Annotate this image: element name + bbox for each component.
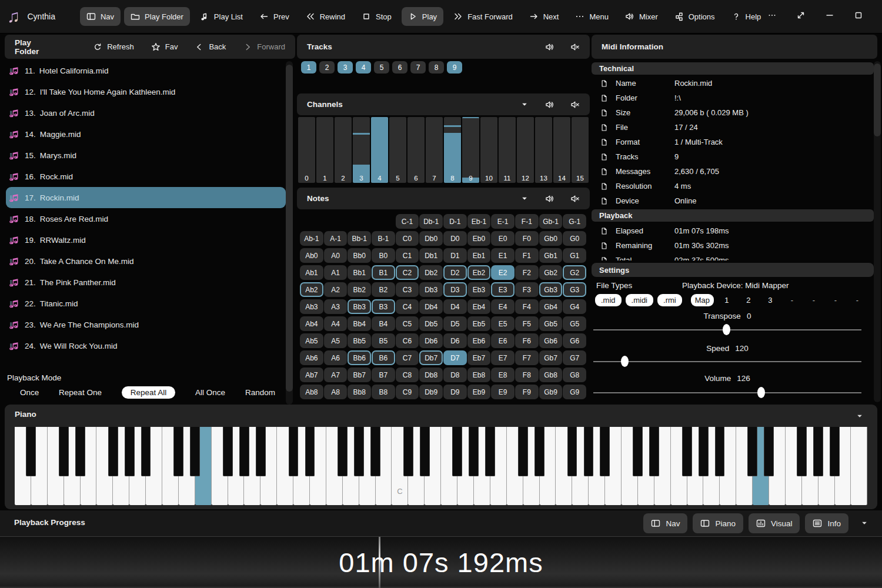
file-item-selected[interactable]: 17.Rockin.mid [6, 187, 286, 208]
note-button-Bb1[interactable]: Bb1 [348, 265, 371, 280]
note-button-D1[interactable]: D1 [443, 248, 467, 263]
notes-unmute-icon[interactable] [545, 194, 554, 203]
black-key[interactable] [305, 427, 315, 476]
toolbar-button-stop[interactable]: Stop [355, 7, 398, 26]
black-key[interactable] [747, 427, 757, 476]
note-button-G4[interactable]: G4 [563, 299, 586, 314]
note-button-C4[interactable]: C4 [396, 299, 419, 314]
black-key[interactable] [813, 427, 823, 476]
toolbar-button-prev[interactable]: Prev [253, 7, 296, 26]
note-button-E-1[interactable]: E-1 [491, 214, 514, 229]
file-list-scrollbar[interactable] [286, 61, 293, 405]
toolbar-button-play-list[interactable]: Play List [193, 7, 249, 26]
file-type-pill-rmi[interactable]: .rmi [657, 294, 682, 306]
note-button-E9[interactable]: E9 [491, 385, 514, 399]
channel-meter-11[interactable]: 11 [499, 117, 516, 183]
note-button-B8[interactable]: B8 [372, 385, 395, 399]
fav-button[interactable]: Fav [151, 42, 178, 52]
file-item[interactable]: 16.Rock.mid [6, 166, 286, 187]
note-button-Bb2[interactable]: Bb2 [348, 282, 371, 297]
channel-meter-15[interactable]: 15 [572, 117, 589, 183]
note-button-Gb3[interactable]: Gb3 [539, 282, 563, 297]
note-button-Db7[interactable]: Db7 [419, 350, 443, 365]
playback-progress-strip[interactable]: 01m 07s 192ms [0, 536, 882, 588]
note-button-Eb-1[interactable]: Eb-1 [467, 214, 491, 229]
note-button-Gb8[interactable]: Gb8 [539, 368, 563, 382]
volume-slider-thumb[interactable] [757, 387, 765, 398]
note-button-Gb6[interactable]: Gb6 [539, 333, 563, 348]
note-button-G8[interactable]: G8 [563, 368, 586, 382]
note-button-E2[interactable]: E2 [491, 265, 514, 280]
black-key[interactable] [26, 427, 36, 476]
note-button-G-1[interactable]: G-1 [563, 214, 586, 229]
note-button-D6[interactable]: D6 [443, 333, 467, 348]
channel-meter-13[interactable]: 13 [535, 117, 552, 183]
note-button-G0[interactable]: G0 [563, 231, 586, 246]
file-item[interactable]: 12.I'll Take You Home Again Kathleen.mid [6, 81, 286, 102]
black-key[interactable] [223, 427, 233, 476]
black-key[interactable] [699, 427, 709, 476]
forward-button[interactable]: Forward [243, 42, 285, 52]
info-scrollbar[interactable] [874, 61, 881, 402]
piano-collapse-chevron-down-icon[interactable] [855, 412, 864, 421]
note-button-Db4[interactable]: Db4 [419, 299, 443, 314]
tracks-mute-icon[interactable] [570, 42, 580, 52]
note-button-A1[interactable]: A1 [324, 265, 348, 280]
black-key[interactable] [173, 427, 183, 476]
note-button-D7[interactable]: D7 [443, 350, 467, 365]
file-item[interactable]: 19.RRWaltz.mid [6, 229, 286, 250]
toolbar-button-fast-forward[interactable]: Fast Forward [447, 7, 519, 26]
toolbar-button-play[interactable]: Play [402, 7, 443, 26]
note-button-D3[interactable]: D3 [443, 282, 467, 297]
note-button-Bb-1[interactable]: Bb-1 [348, 231, 371, 246]
note-button-E4[interactable]: E4 [491, 299, 514, 314]
playback-mode-random[interactable]: Random [245, 386, 275, 399]
note-button-E0[interactable]: E0 [491, 231, 514, 246]
note-button-B7[interactable]: B7 [372, 368, 395, 382]
file-list-scrollbar-thumb[interactable] [286, 65, 293, 392]
black-key[interactable] [764, 427, 774, 476]
note-button-G1[interactable]: G1 [563, 248, 586, 263]
device-slot-empty-6[interactable]: - [827, 296, 844, 305]
note-button-B4[interactable]: B4 [372, 316, 395, 331]
track-button-2[interactable]: 2 [319, 61, 335, 74]
progress-collapse-chevron-down-icon[interactable] [860, 519, 869, 528]
note-button-E8[interactable]: E8 [491, 368, 514, 382]
note-button-Ab8[interactable]: Ab8 [300, 385, 323, 399]
note-button-E6[interactable]: E6 [491, 333, 514, 348]
transpose-slider-thumb[interactable] [723, 324, 730, 335]
note-button-B2[interactable]: B2 [372, 282, 395, 297]
black-key[interactable] [239, 427, 249, 476]
note-button-B-1[interactable]: B-1 [372, 231, 395, 246]
view-button-piano[interactable]: Piano [693, 513, 743, 533]
more-button[interactable] [767, 11, 777, 22]
note-button-Gb7[interactable]: Gb7 [539, 350, 563, 365]
toolbar-button-options[interactable]: Options [668, 7, 721, 26]
notes-mute-icon[interactable] [570, 194, 580, 203]
white-key[interactable] [851, 427, 867, 505]
note-button-F2[interactable]: F2 [515, 265, 539, 280]
note-button-Db6[interactable]: Db6 [419, 333, 443, 348]
device-slot-3[interactable]: 3 [761, 296, 779, 305]
note-button-Eb8[interactable]: Eb8 [467, 368, 491, 382]
black-key[interactable] [141, 427, 151, 476]
note-button-Bb8[interactable]: Bb8 [348, 385, 371, 399]
note-button-C6[interactable]: C6 [396, 333, 419, 348]
view-button-nav[interactable]: Nav [643, 513, 687, 533]
note-button-Eb2[interactable]: Eb2 [467, 265, 491, 280]
note-button-A3[interactable]: A3 [324, 299, 348, 314]
channel-meter-12[interactable]: 12 [517, 117, 534, 183]
note-button-D2[interactable]: D2 [443, 265, 467, 280]
note-button-D-1[interactable]: D-1 [443, 214, 467, 229]
toolbar-button-help[interactable]: Help [725, 7, 768, 26]
black-key[interactable] [403, 427, 413, 476]
note-button-Db2[interactable]: Db2 [419, 265, 443, 280]
black-key[interactable] [125, 427, 135, 476]
channel-meter-2[interactable]: 2 [335, 117, 352, 183]
note-button-F8[interactable]: F8 [515, 368, 539, 382]
note-button-Gb2[interactable]: Gb2 [539, 265, 563, 280]
channels-mute-icon[interactable] [570, 100, 580, 109]
note-button-D0[interactable]: D0 [443, 231, 467, 246]
note-button-G2[interactable]: G2 [563, 265, 586, 280]
note-button-Bb0[interactable]: Bb0 [348, 248, 371, 263]
